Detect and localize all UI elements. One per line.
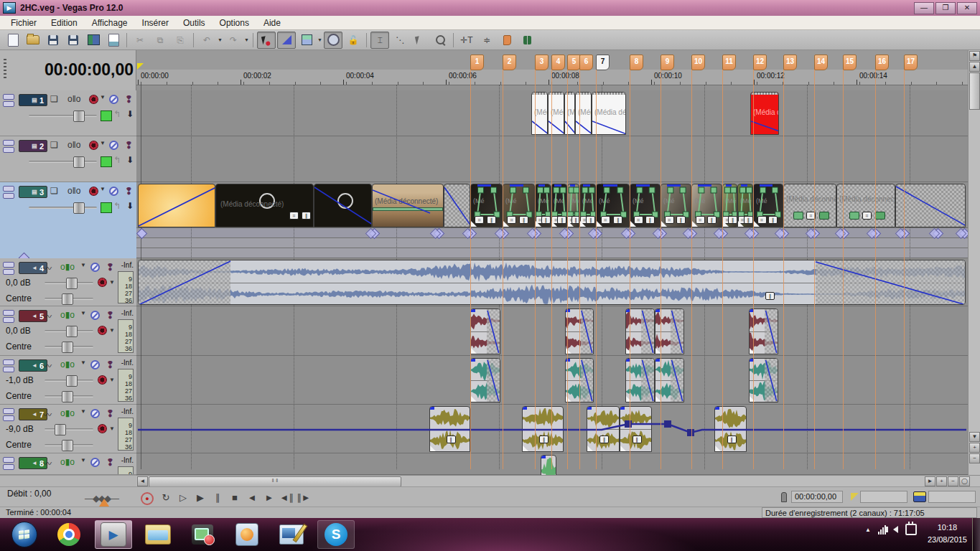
video-event-small[interactable]: (Mé⌗∥ [722,184,737,227]
stop-button[interactable]: ■ [227,490,243,504]
loop-playback-button[interactable]: ↻ [158,490,174,504]
quantize-to-frames-button[interactable]: ⌶ [370,32,389,49]
volume-slider[interactable] [45,380,93,382]
pan-slider[interactable] [45,346,93,348]
crop-icon[interactable]: ⌗ [862,212,872,220]
pan-icon[interactable]: ∥ [539,435,549,443]
compositing-mode-button[interactable]: ❏ [50,140,58,150]
redo-dropdown[interactable]: ▼ [243,32,250,48]
video-event-small[interactable]: (Mé⌗∥ [737,184,753,227]
solo-button[interactable]: ❢ [106,262,114,273]
audio-fx-button[interactable] [98,375,107,385]
mute-button[interactable] [90,458,100,467]
hscroll-left[interactable]: ◄ [137,476,148,486]
pan-icon[interactable]: ∥ [633,435,642,443]
audio-event-perc[interactable] [470,358,500,402]
track-number-badge-1[interactable]: ▤1 [19,94,47,106]
pan-icon[interactable]: ∥ [744,216,753,224]
track-grip-6[interactable] [3,359,14,372]
zoom-tool-button[interactable]: ◯ [959,476,970,486]
undo-button[interactable]: ↶ [197,32,216,49]
pan-icon[interactable]: ∥ [302,212,311,220]
track-grip-4[interactable] [3,262,14,275]
pan-knob[interactable]: o▮o [60,310,75,320]
vegas-pro[interactable]: ▶ [95,520,132,549]
save-button[interactable] [44,32,62,49]
pan-dropdown[interactable]: ▼ [80,310,86,316]
video-event-small[interactable]: (Mé⌗∥ [535,184,551,227]
track-fx-button[interactable] [89,141,98,150]
pan-icon[interactable]: ∥ [613,216,622,224]
pan-icon[interactable]: ∥ [519,216,528,224]
pan-slider-thumb[interactable] [62,293,73,305]
track-motion-button[interactable]: o‖o [67,94,80,104]
audio-event-riser[interactable]: ∥ [522,406,564,452]
hscroll-thumb[interactable]: ‖ ‖ [149,476,401,487]
fx-dropdown[interactable]: ▼ [100,94,106,100]
pan-icon[interactable]: ∥ [765,292,775,300]
video-event[interactable]: (Méd [548,92,564,135]
shuttle-marker[interactable] [99,499,109,507]
pan-dropdown[interactable]: ▼ [80,262,86,268]
hzoom-in[interactable]: + [936,476,947,486]
maximize-button[interactable]: ❐ [935,2,956,14]
mute-button[interactable] [109,187,118,196]
make-child-button[interactable]: ⬇ [126,109,134,119]
go-to-end-button[interactable]: ► [261,490,277,504]
video-event-small[interactable]: (Mé⌗∥ [567,184,579,227]
video-event-offline[interactable]: (Média dé [750,92,779,135]
record-button[interactable]: ● [141,492,154,505]
pan-slider-thumb[interactable] [62,342,73,353]
panel-grip[interactable] [4,59,6,80]
chrome[interactable] [50,520,88,549]
fx-dropdown[interactable]: ▼ [100,186,106,192]
solo-button[interactable]: ❢ [106,457,114,468]
edit-details-button[interactable] [104,32,123,49]
audio-fx-dropdown[interactable]: ▼ [109,279,115,286]
video-event-logo2[interactable] [314,184,372,227]
marker-drag-icon[interactable] [851,493,859,501]
video-event-small[interactable]: (Mé⌗∥ [503,184,535,227]
audio-fx-button[interactable] [98,278,107,287]
auto-ripple-button[interactable] [411,32,429,49]
timecode-display[interactable]: 00:00:00,00 [20,60,134,79]
video-event-logo[interactable]: (Média déconnecté)⌗∥ [215,184,314,227]
track-motion-button[interactable]: o‖o [67,140,80,150]
track-fx-button[interactable] [89,187,98,196]
video-event-beach[interactable]: (Média déconnecté) [372,184,444,227]
new-project-button[interactable] [4,32,22,49]
phase-invert-button[interactable]: 〰 [43,310,52,322]
open-button[interactable] [24,32,42,49]
pan-icon[interactable]: ∥ [487,216,496,224]
phase-invert-button[interactable]: 〰 [43,457,52,469]
video-event-small[interactable]: (Mé⌗∥ [661,184,691,227]
insert-marker-button[interactable] [498,32,516,49]
next-frame-button[interactable]: ∥► [296,490,312,504]
selection-length-field[interactable] [928,491,976,503]
pan-knob[interactable]: o▮o [60,359,75,369]
selection-start-field[interactable] [860,491,907,503]
mute-button[interactable] [109,95,118,104]
vzoom-in[interactable]: + [969,443,980,453]
video-event-small[interactable]: (Mé⌗∥ [579,184,596,227]
zoom-tool-button[interactable] [431,32,449,49]
vzoom-out[interactable]: − [969,453,980,463]
power-icon[interactable] [905,524,917,535]
pan-dropdown[interactable]: ▼ [80,408,86,415]
pan-icon[interactable]: ∥ [586,216,595,224]
audio-event-riser[interactable]: ∥ [714,406,747,452]
play-from-start-button[interactable]: ▷ [175,490,191,504]
pan-icon[interactable]: ∥ [727,435,737,443]
level-slider-thumb[interactable] [73,110,85,122]
vscroll-down[interactable]: ▼ [969,432,980,442]
level-slider[interactable] [29,161,97,163]
video-event[interactable]: (Méd [575,92,592,135]
snapping-button[interactable]: ⋱ [391,32,409,49]
make-child-button[interactable]: ⬇ [126,201,134,211]
make-parent-button[interactable]: ↰ [113,155,121,165]
track-number-badge-2[interactable]: ▤2 [19,140,47,152]
audio-fx-button[interactable] [98,424,107,433]
render-as-button[interactable] [84,32,103,49]
taskbar-clock[interactable]: 10:18 23/08/2015 [928,522,967,546]
pan-icon[interactable]: ∥ [707,216,717,224]
